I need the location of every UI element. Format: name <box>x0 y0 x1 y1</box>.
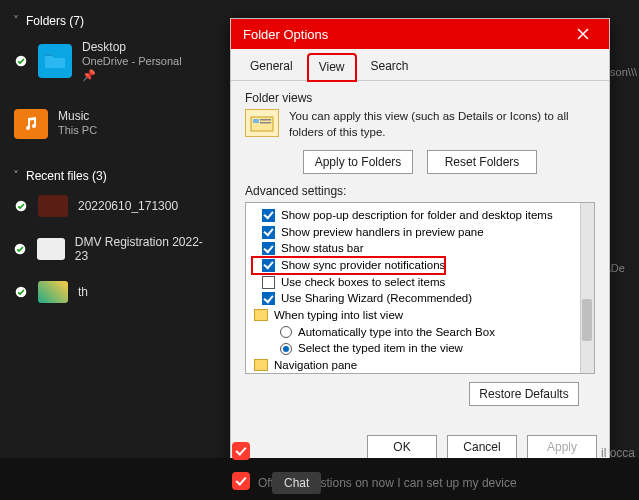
opt-label: Show sync provider notifications <box>281 257 445 274</box>
folder-name: Music <box>58 109 97 124</box>
close-button[interactable] <box>565 19 601 49</box>
scrollbar[interactable] <box>580 203 594 373</box>
checkbox-icon[interactable] <box>262 276 275 289</box>
folder-tree-icon <box>254 309 268 321</box>
tab-bar: General View Search <box>231 53 609 81</box>
opt-label: Show status bar <box>281 240 363 257</box>
folder-item-desktop[interactable]: Desktop OneDrive - Personal 📌 <box>8 36 212 87</box>
opt-label: Use Sharing Wizard (Recommended) <box>281 290 472 307</box>
image-thumb-icon <box>38 281 68 303</box>
checkbox-icon[interactable] <box>262 292 275 305</box>
recent-label: Recent files (3) <box>26 169 107 183</box>
folder-icon <box>38 44 72 78</box>
scrollbar-thumb[interactable] <box>582 299 592 341</box>
doc-thumb-icon <box>37 238 65 260</box>
advanced-settings-group: Advanced settings: Show pop-up descripti… <box>245 184 595 406</box>
folders-section-header[interactable]: ˅ Folders (7) <box>12 14 212 28</box>
svg-rect-6 <box>260 119 271 121</box>
checkbox-icon[interactable] <box>262 226 275 239</box>
chat-button[interactable]: Chat <box>272 472 321 494</box>
restore-defaults-button[interactable]: Restore Defaults <box>469 382 579 406</box>
folder-views-text: You can apply this view (such as Details… <box>289 109 595 140</box>
chevron-down-icon: ˅ <box>12 14 20 28</box>
opt-label: Automatically type into the Search Box <box>298 324 495 341</box>
sync-status-icon <box>14 199 28 213</box>
folder-sub: This PC <box>58 124 97 138</box>
tab-general[interactable]: General <box>239 53 304 80</box>
opt-sync-highlighted: Show sync provider notifications <box>252 257 445 274</box>
folder-tree-icon <box>254 359 268 371</box>
video-thumb-icon <box>38 195 68 217</box>
tab-search[interactable]: Search <box>360 53 420 80</box>
folder-views-label: Folder views <box>245 91 595 105</box>
recent-item[interactable]: th <box>8 277 212 307</box>
close-icon <box>577 28 589 40</box>
svg-rect-7 <box>260 122 271 124</box>
checkbox-icon[interactable] <box>262 209 275 222</box>
ok-button[interactable]: OK <box>367 435 437 459</box>
recent-item[interactable]: DMV Registration 2022-23 <box>8 231 212 267</box>
recent-item[interactable]: 20220610_171300 <box>8 191 212 221</box>
opt-label: When typing into list view <box>274 307 403 324</box>
advanced-settings-list[interactable]: Show pop-up description for folder and d… <box>245 202 595 374</box>
folder-views-group: Folder views You can apply this view (su… <box>245 91 595 174</box>
radio-icon[interactable] <box>280 343 292 355</box>
advanced-label: Advanced settings: <box>245 184 595 198</box>
checkbox-icon[interactable] <box>262 242 275 255</box>
dialog-titlebar[interactable]: Folder Options <box>231 19 609 49</box>
pin-icon: 📌 <box>82 69 182 83</box>
opt-label: Show pop-up description for folder and d… <box>281 207 553 224</box>
cancel-button[interactable]: Cancel <box>447 435 517 459</box>
opt-label: Use check boxes to select items <box>281 274 445 291</box>
recent-section-header[interactable]: ˅ Recent files (3) <box>12 169 212 183</box>
folder-item-music[interactable]: Music This PC <box>8 105 212 143</box>
apply-button[interactable]: Apply <box>527 435 597 459</box>
recent-name: DMV Registration 2022-23 <box>75 235 206 263</box>
folder-text: Music This PC <box>58 109 97 138</box>
folder-options-dialog: Folder Options General View Search Folde… <box>230 18 610 468</box>
checkbox-icon[interactable] <box>262 259 275 272</box>
folders-label: Folders (7) <box>26 14 84 28</box>
tab-view[interactable]: View <box>308 54 356 81</box>
reset-folders-button[interactable]: Reset Folders <box>427 150 537 174</box>
sync-status-icon <box>14 242 27 256</box>
folder-views-icon <box>245 109 279 137</box>
recent-name: th <box>78 285 88 299</box>
apply-to-folders-button[interactable]: Apply to Folders <box>303 150 413 174</box>
recent-name: 20220610_171300 <box>78 199 178 213</box>
opt-label: Navigation pane <box>274 357 357 374</box>
dialog-title: Folder Options <box>243 27 328 42</box>
occa-text: il occa <box>601 446 635 460</box>
dialog-footer: OK Cancel Apply <box>367 435 597 459</box>
checkbox-checked-icon[interactable] <box>232 442 250 460</box>
chevron-down-icon: ˅ <box>12 169 20 183</box>
checkbox-checked-icon[interactable] <box>232 472 250 490</box>
sync-status-icon <box>14 54 28 68</box>
folder-sub: OneDrive - Personal <box>82 55 182 69</box>
opt-label: Select the typed item in the view <box>298 340 463 357</box>
folder-text: Desktop OneDrive - Personal 📌 <box>82 40 182 83</box>
radio-icon[interactable] <box>280 326 292 338</box>
svg-rect-5 <box>253 119 259 123</box>
opt-label: Show preview handlers in preview pane <box>281 224 484 241</box>
sync-status-icon <box>14 285 28 299</box>
folder-name: Desktop <box>82 40 182 55</box>
folder-icon <box>14 109 48 139</box>
explorer-panel: ˅ Folders (7) Desktop OneDrive - Persona… <box>0 0 220 500</box>
